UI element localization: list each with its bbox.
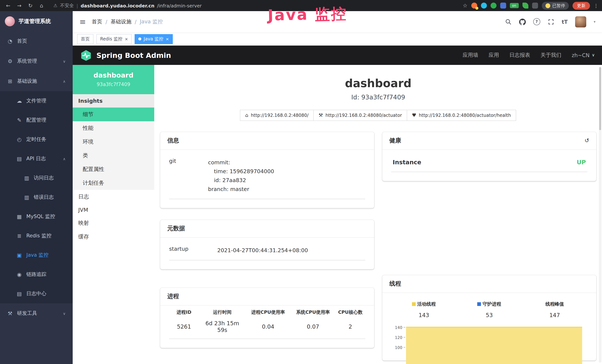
sidebar-item-trace[interactable]: ◉ 链路追踪 — [0, 265, 73, 284]
font-size-icon[interactable]: tT — [562, 19, 568, 25]
annotation-java-monitor: Java 监控 — [268, 4, 347, 26]
sidebar-item-dev-tools[interactable]: ⚒ 研发工具 ∨ — [0, 303, 73, 323]
close-icon[interactable]: × — [166, 37, 169, 42]
sidebar-item-redis-monitor[interactable]: ≣ Redis 监控 — [0, 226, 73, 246]
tab-redis-monitor[interactable]: Redis 监控 × — [97, 34, 132, 44]
health-url-link[interactable]: ♥ http://192.168.0.2:48080/actuator/heal… — [407, 110, 516, 121]
sidebar-item-error-log[interactable]: ▥ 错误日志 — [0, 188, 73, 207]
drop-extension-icon[interactable] — [481, 3, 487, 9]
sidebar-item-log-center[interactable]: ▤ 日志中心 — [0, 284, 73, 303]
metadata-key: startup — [169, 246, 217, 255]
search-icon[interactable] — [505, 19, 512, 25]
tab-home[interactable]: 首页 — [77, 34, 93, 44]
breadcrumb-separator: / — [135, 19, 137, 25]
sidebar-item-infra[interactable]: ⊞ 基础设施 ∧ — [0, 71, 73, 91]
sba-item-config-props[interactable]: 配置属性 — [73, 162, 154, 176]
chevron-up-icon: ∧ — [63, 157, 66, 161]
sba-item-jvm[interactable]: JVM — [73, 203, 154, 216]
instance-title: dashboard — [154, 76, 602, 90]
sidebar-item-config-manage[interactable]: ✎ 配置管理 — [0, 110, 73, 130]
brand[interactable]: 芋道管理系统 — [0, 11, 73, 31]
breadcrumb-item[interactable]: 首页 — [92, 19, 102, 25]
help-icon[interactable]: ? — [533, 18, 540, 25]
sba-nav-wallboard[interactable]: 应用墙 — [462, 52, 478, 59]
fox-extension-icon[interactable] — [471, 3, 477, 9]
sba-instance-header[interactable]: dashboard 93a3fc7f7409 — [73, 65, 154, 94]
back-icon[interactable]: ← — [4, 3, 13, 9]
process-col-header: 进程CPU使用率 — [246, 305, 290, 317]
process-table: 进程ID 运行时间 进程CPU使用率 系统CPU使用率 CPU核心数 — [169, 305, 365, 339]
url-path[interactable]: /infra/admin-server — [157, 3, 202, 8]
hamburger-icon[interactable]: ≡ — [79, 17, 86, 26]
sba-item-scheduled-tasks[interactable]: 计划任务 — [73, 176, 154, 190]
puzzle-extension-icon[interactable] — [532, 3, 538, 9]
security-label[interactable]: 不安全 — [60, 2, 74, 9]
browser-home-icon[interactable]: ⌂ — [37, 3, 46, 9]
process-col-header: CPU核心数 — [335, 305, 365, 317]
sba-section-insights: Insights — [73, 94, 154, 107]
metadata-startup-row: startup 2021-04-27T00:44:31.254+08:00 — [169, 241, 365, 260]
leaf-extension-icon[interactable] — [522, 3, 528, 9]
chevron-down-icon: ∨ — [592, 53, 595, 58]
sba-brand-title[interactable]: Spring Boot Admin — [97, 51, 171, 59]
fullscreen-icon[interactable] — [548, 19, 554, 25]
legend-peak-threads: 线程峰值 147 — [522, 301, 587, 318]
sidebar-item-scheduled-jobs[interactable]: ◴ 定时任务 — [0, 130, 73, 149]
sidebar-item-api-log[interactable]: ▤ API 日志 ∧ — [0, 149, 73, 168]
address-bar[interactable]: ⚠ 不安全 | dashboard.yudao.iocoder.cn/infra… — [54, 2, 461, 9]
sba-item-metrics[interactable]: 性能 — [73, 121, 154, 135]
sidebar-item-mysql-monitor[interactable]: ▦ MySQL 监控 — [0, 207, 73, 226]
github-icon[interactable] — [519, 19, 526, 25]
sba-item-environment[interactable]: 环境 — [73, 135, 154, 149]
bookmark-star-icon[interactable]: ☆ — [463, 3, 467, 9]
health-instance-row[interactable]: Instance UP — [391, 153, 587, 172]
user-avatar[interactable] — [575, 16, 586, 27]
update-button[interactable]: 更新 — [572, 2, 590, 10]
home-icon: ⌂ — [245, 112, 248, 118]
sidebar-item-file-manage[interactable]: ☁ 文件管理 — [0, 91, 73, 110]
breadcrumb-item-current: Java 监控 — [140, 19, 163, 25]
scrollbar-thumb[interactable] — [599, 67, 601, 130]
process-pid: 5261 — [169, 317, 199, 339]
switch-on-extension-icon[interactable]: on — [510, 3, 519, 8]
sba-nav-about[interactable]: 关于我们 — [540, 52, 561, 59]
avatar-caret-icon[interactable]: ▾ — [594, 20, 595, 24]
sidebar-item-java-monitor[interactable]: ▣ Java 监控 — [0, 246, 73, 265]
sidebar-item-label: Redis 监控 — [26, 233, 51, 239]
sba-item-mappings[interactable]: 映射 — [73, 216, 154, 230]
sba-item-classes[interactable]: 类 — [73, 149, 154, 162]
grid-extension-icon[interactable] — [500, 3, 506, 9]
instance-links: ⌂ http://192.168.0.2:48080/ ⚒ http://192… — [154, 110, 602, 121]
sidebar-item-label: 基础设施 — [17, 78, 37, 85]
sidebar-item-system[interactable]: ⚙ 系统管理 ∨ — [0, 51, 73, 71]
actuator-url-link[interactable]: ⚒ http://192.168.0.2:48080/actuator — [313, 110, 407, 121]
sidebar-item-label: API 日志 — [26, 155, 46, 162]
tab-java-monitor[interactable]: Java 监控 × — [135, 34, 173, 44]
scrollbar[interactable] — [599, 66, 602, 363]
smiley-icon — [545, 3, 550, 8]
sba-item-details[interactable]: 细节 — [73, 107, 154, 121]
sidebar-item-home[interactable]: ◔ 首页 — [0, 31, 73, 51]
close-icon[interactable]: × — [125, 37, 128, 42]
monitor-icon: ⊞ — [7, 78, 13, 84]
url-host[interactable]: dashboard.yudao.iocoder.cn — [81, 3, 154, 8]
service-url-link[interactable]: ⌂ http://192.168.0.2:48080/ — [240, 110, 314, 121]
sba-item-caches[interactable]: 缓存 — [73, 230, 154, 244]
cards-column-right: 健康 ↺ Instance UP — [382, 132, 596, 360]
forward-icon[interactable]: → — [15, 3, 24, 9]
paused-badge[interactable]: 已暂停 — [542, 2, 569, 10]
reload-icon[interactable]: ↻ — [26, 3, 35, 9]
chevron-up-icon: ∧ — [63, 79, 66, 83]
sba-language-select[interactable]: zh~CN ∨ — [572, 52, 595, 58]
sidebar-item-access-log[interactable]: ▥ 访问日志 — [0, 168, 73, 188]
sba-item-logs[interactable]: 日志 — [73, 190, 154, 203]
browser-menu-icon[interactable]: ⋮ — [594, 3, 599, 8]
green-circle-extension-icon[interactable] — [490, 3, 496, 9]
sba-nav-journal[interactable]: 日志报表 — [509, 52, 530, 59]
legend-value: 143 — [391, 312, 457, 318]
sba-nav-applications[interactable]: 应用 — [489, 52, 499, 59]
history-icon[interactable]: ↺ — [585, 137, 589, 144]
security-warning-icon[interactable]: ⚠ — [54, 3, 57, 8]
breadcrumb-item[interactable]: 基础设施 — [111, 19, 131, 25]
metadata-value: 2021-04-27T00:44:31.254+08:00 — [217, 246, 308, 255]
